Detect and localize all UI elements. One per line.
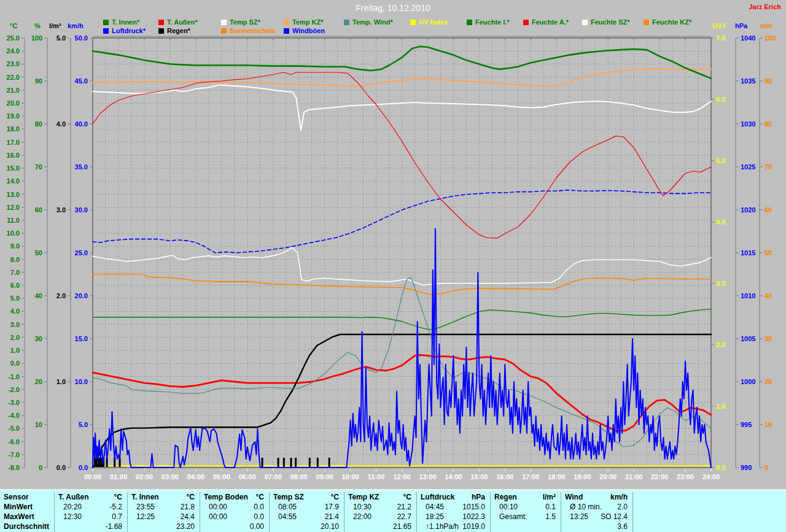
axis-tick-label-wind: 35.0 [75,163,88,171]
axis-tick-label-hpa: 1010 [741,292,755,299]
axis-tick-label-temp_c: 7.0 [10,269,20,276]
axis-tick-label-percent: 40 [35,292,42,299]
stats-time: 08:05 [278,502,297,512]
x-tick-label: 19:00 [574,473,591,480]
axis-tick-label-percent: 60 [35,206,42,214]
axis-tick-label-percent: 20 [35,378,42,385]
axis-tick-label-wind: 30.0 [75,206,88,214]
axis-tick-label-temp_c: 13.0 [7,191,20,198]
x-tick-label: 23:00 [677,473,694,480]
stats-header-row: Temp SZ°C [273,492,339,502]
axis-tick-label-percent: 70 [35,163,42,171]
axis-tick-label-percent: 30 [35,335,42,342]
axis-tick-label-temp_c: -5.0 [8,425,20,432]
axis-tick-label-wind: 0.0 [79,464,88,471]
stats-header-row: LuftdruckhPa [421,492,485,502]
stats-time: 10:30 [353,502,372,512]
stats-min-row: 10:3021.2 [348,502,411,512]
stats-min-row: 00:000.0 [204,502,264,512]
axis-tick-label-temp_c: -7.0 [8,451,20,458]
stats-avg-row: -1.68 [58,522,122,531]
stats-col-t-innen: T. Innen°C23:5521.812:2524.423.20 [127,492,200,532]
stats-value: 21.8 [181,502,195,512]
x-tick-label: 06:00 [239,473,256,480]
stats-value: SO 12.4 [601,512,628,522]
axis-tick-label-temp_c: 14.0 [7,177,20,185]
stats-value: 0.0 [254,502,264,512]
axis-tick-label-rain: 2.0 [56,292,66,299]
axis-tick-label-hpa: 1000 [741,378,755,385]
axis-tick-label-percent: 0 [39,464,42,471]
stats-col-wind: Windkm/hØ 10 min.2.013:25SO 12.43.6 [561,492,632,532]
stats-col-temp-boden: Temp Boden°C00:000.000:000.00.00 [200,492,269,532]
stats-header-row: Temp Boden°C [204,492,264,502]
axis-tick-label-uv: 3.0 [716,280,725,287]
x-tick-label: 07:00 [265,473,282,480]
stats-row-label: Sensor [4,492,49,502]
stats-time: 00:00 [209,502,227,512]
axis-tick-label-temp_c: 24.0 [7,47,20,55]
x-tick-label: 11:00 [368,473,385,480]
stats-value: 17.9 [325,502,339,512]
stats-header-row: T. Innen°C [131,492,195,502]
x-tick-label: 22:00 [651,473,668,480]
stats-sensor-unit: km/h [610,492,628,502]
stats-sensor-name: Luftdruck [421,492,454,502]
stats-avg-row: 0.00 [204,522,264,531]
stats-avg-row: 3.6 [565,522,628,531]
axis-tick-label-temp_c: 17.0 [7,139,20,146]
axis-tick-label-percent: 100 [31,34,42,42]
x-tick-label: 17:00 [522,473,539,480]
x-tick-label: 00:00 [84,473,101,480]
stats-max-row: 04:5521.4 [273,512,339,522]
x-tick-label: 08:00 [290,473,308,480]
stats-value: 0.0 [254,512,264,522]
stats-value: 21.4 [325,512,339,522]
axis-tick-label-rain: 4.0 [56,120,66,128]
stats-sensor-unit: °C [403,492,411,502]
stats-col-t-au-en: T. Außen°C20:20-5.212:300.7-1.68 [54,492,127,532]
axis-tick-label-uv: 1.0 [716,403,725,410]
stats-time: Ø 10 min. [570,502,602,512]
stats-value: -1.68 [106,522,122,531]
axis-tick-label-temp_c: 15.0 [7,164,20,172]
axis-tick-label-temp_c: 12.0 [7,204,20,211]
axis-tick-label-temp_c: 23.0 [7,60,20,67]
stats-value: 1.5 [545,512,556,522]
stats-sensor-name: T. Außen [58,492,89,502]
series-luftdruck [93,190,711,253]
axis-tick-label-temp_c: 0.0 [10,360,20,367]
stats-time: 18:25 [426,512,444,522]
axis-tick-label-percent: 80 [35,120,42,128]
stats-max-row: 22:0022.7 [348,512,411,522]
stats-time: 00:10 [499,502,518,512]
axis-tick-label-sun_min: 10 [765,421,772,428]
x-tick-label: 14:00 [445,473,462,480]
x-tick-label: 18:00 [548,473,565,480]
stats-sensor-name: Temp Boden [204,492,248,502]
x-tick-label: 20:00 [599,473,617,480]
stats-max-row: 13:25SO 12.4 [565,512,628,522]
stats-value: 0.00 [250,522,264,531]
stats-max-row: 12:2524.4 [131,512,195,522]
axis-tick-label-uv: 5.0 [716,157,725,164]
axis-tick-label-uv: 4.0 [716,218,725,226]
stats-col-temp-kz: Temp KZ°C10:3021.222:0022.721.65 [344,492,416,532]
x-tick-label: 03:00 [161,473,179,480]
axis-tick-label-sun_min: 90 [765,77,772,85]
axis-tick-label-sun_min: 80 [765,120,772,128]
axis-tick-label-sun_min: 50 [765,249,772,256]
stats-avg-row: 23.20 [131,522,195,531]
weather-app-window: Freitag, 10.12.2010 Jarz Erich T. Innen*… [0,0,786,532]
stats-value: 20.10 [321,522,339,531]
axis-tick-label-sun_min: 100 [765,34,776,42]
x-tick-label: 13:00 [419,473,436,480]
stats-value: 3.6 [617,522,628,531]
axis-tick-label-uv: 0.0 [716,464,725,471]
axis-tick-label-sun_min: 20 [765,378,772,385]
stats-sensor-unit: °C [187,492,195,502]
x-tick-label: 01:00 [110,473,127,480]
x-tick-label: 12:00 [393,473,410,480]
stats-value: 0.7 [112,512,122,522]
weather-chart: 25.024.023.022.021.020.019.018.017.016.0… [0,0,786,488]
